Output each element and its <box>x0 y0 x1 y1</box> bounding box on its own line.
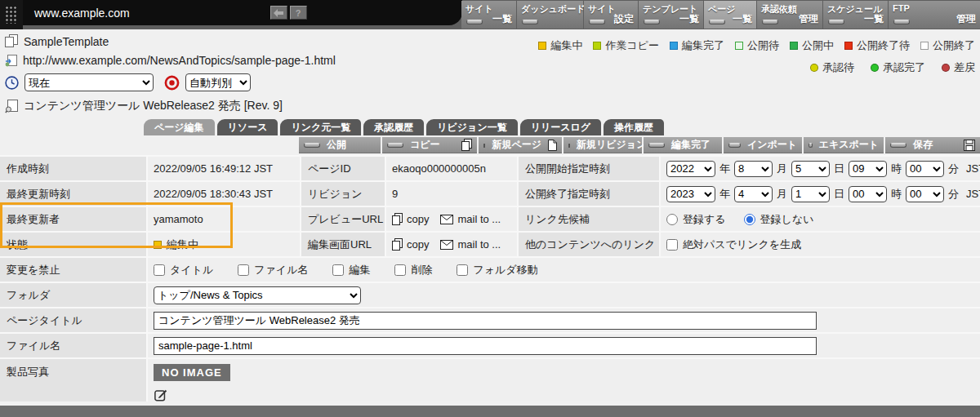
status-endwait-icon <box>844 42 853 50</box>
tab-resources[interactable]: リソース <box>217 119 278 135</box>
button-pill-icon <box>304 143 320 148</box>
pub-end-minute-select[interactable]: 00 <box>906 186 944 202</box>
forbid-filename-checkbox[interactable]: ファイル名 <box>238 263 308 277</box>
page-header: SampleTemplate http://www.example.com/Ne… <box>0 29 980 119</box>
other-content-link-label: 他のコンテンツへのリンク <box>519 233 659 256</box>
pub-end-day-select[interactable]: 1 <box>791 186 830 202</box>
back-arrow-icon <box>274 9 283 17</box>
template-icon <box>5 34 18 48</box>
tab-operation-history[interactable]: 操作履歴 <box>604 119 664 135</box>
action-toolbar: 公開 コピー 新規ページ 新規リビジョン 編集完了 インポート エキスポート 保… <box>299 137 980 153</box>
updater-value: yamamoto <box>148 207 300 231</box>
publish-end-label: 公開終了指定時刻 <box>519 182 659 206</box>
publish-button[interactable]: 公開 <box>299 137 381 153</box>
absolute-path-checkbox[interactable]: 絶対パスでリンクを生成 <box>666 237 801 252</box>
approval-return-icon <box>942 64 950 72</box>
footer-bar <box>0 406 980 417</box>
tab-release-log[interactable]: リリースログ <box>520 119 601 135</box>
new-revision-button[interactable]: 新規リビジョン <box>564 137 642 153</box>
copy-pages-icon <box>392 238 403 251</box>
preview-url-mail-link[interactable]: mail to ... <box>440 213 501 225</box>
pub-start-day-select[interactable]: 5 <box>791 161 830 177</box>
pub-end-year-select[interactable]: 2023 <box>666 186 715 202</box>
button-pill-icon <box>762 20 778 24</box>
nav-site-list-button[interactable]: サイト 一覧 <box>461 1 516 29</box>
filename-input[interactable] <box>154 337 817 355</box>
page-id-value: ekaoqo000000005n <box>386 157 517 180</box>
status-editdone-icon <box>670 42 678 50</box>
button-pill-icon <box>709 20 725 24</box>
app-grid-icon <box>0 0 23 29</box>
nav-template-list-button[interactable]: テンプレート 一覧 <box>639 1 703 29</box>
button-pill-icon <box>893 20 910 24</box>
page-heading: コンテンツ管理ツール WebRelease2 発売 [Rev. 9] <box>24 99 283 113</box>
pub-start-month-select[interactable]: 8 <box>734 161 773 177</box>
export-button[interactable]: エキスポート <box>804 137 884 153</box>
back-button[interactable] <box>270 6 287 20</box>
floppy-icon <box>964 140 975 151</box>
nav-site-settings-button[interactable]: サイト 設定 <box>584 1 638 29</box>
tab-page-edit[interactable]: ページ編集 <box>144 119 215 135</box>
forbid-title-checkbox[interactable]: タイトル <box>154 263 213 277</box>
webrelease-page-edit-screen: www.example.com ? サイト 一覧 ダッシュボード サイト 設定 <box>0 0 980 417</box>
nav-dashboard-button[interactable]: ダッシュボード <box>517 1 583 29</box>
edit-done-button[interactable]: 編集完了 <box>644 137 722 153</box>
forbid-delete-checkbox[interactable]: 削除 <box>394 263 432 277</box>
pub-end-hour-select[interactable]: 00 <box>849 186 887 202</box>
updater-label: 最終更新者 <box>0 207 146 231</box>
pub-start-minute-select[interactable]: 00 <box>906 161 944 177</box>
button-pill-icon <box>483 143 485 148</box>
record-mode-icon[interactable] <box>164 75 180 91</box>
nav-schedule-list-button[interactable]: スケジュール 一覧 <box>823 1 888 29</box>
forbid-edit-checkbox[interactable]: 編集 <box>332 263 370 277</box>
register-yes-radio[interactable]: 登録する <box>666 212 726 227</box>
edit-url-mail-link[interactable]: mail to ... <box>440 238 501 251</box>
created-time-label: 作成時刻 <box>0 157 146 180</box>
tab-link-sources[interactable]: リンク元一覧 <box>280 119 361 135</box>
approval-wait-icon <box>810 64 818 72</box>
pub-start-hour-select[interactable]: 09 <box>849 161 887 177</box>
copy-button[interactable]: コピー <box>382 137 477 153</box>
publish-start-datetime: 2022 年 8 月 5 日 09 時 00 分 JST <box>666 161 980 177</box>
render-mode-select[interactable]: 自動判別 <box>185 73 251 91</box>
button-pill-icon <box>387 143 403 148</box>
help-button[interactable]: ? <box>290 6 307 20</box>
preview-url-copy-button[interactable]: copy <box>392 213 429 225</box>
status-editing-icon <box>538 42 546 50</box>
edit-pencil-icon[interactable] <box>154 388 168 401</box>
status-ended-icon <box>920 42 929 50</box>
page-url: http://www.example.com/NewsAndTopics/sam… <box>23 54 336 67</box>
status-waitpublish-icon <box>735 42 743 50</box>
revision-label: リビジョン <box>301 182 385 206</box>
tab-approval-history[interactable]: 承認履歴 <box>363 119 424 135</box>
copy-pages-icon <box>392 213 403 225</box>
save-button[interactable]: 保存 <box>885 137 980 153</box>
pub-end-month-select[interactable]: 4 <box>734 186 773 202</box>
nav-ftp-admin-button[interactable]: FTP 管理 <box>889 1 980 29</box>
new-page-button[interactable]: 新規ページ <box>479 137 562 153</box>
revision-select[interactable]: 現在 <box>24 73 154 91</box>
status-editing-icon <box>154 241 162 249</box>
edit-url-copy-button[interactable]: copy <box>392 238 429 251</box>
no-image-placeholder: NO IMAGE <box>154 364 230 381</box>
nav-page-list-button[interactable]: ページ 一覧 <box>704 1 756 29</box>
tab-bar: ページ編集 リソース リンク元一覧 承認履歴 リビジョン一覧 リリースログ 操作… <box>144 119 664 135</box>
register-no-radio[interactable]: 登録しない <box>744 212 814 227</box>
tab-revision-list[interactable]: リビジョン一覧 <box>426 119 517 135</box>
import-button[interactable]: インポート <box>724 137 802 153</box>
updated-time-label: 最終更新時刻 <box>0 182 146 206</box>
forbid-move-folder-checkbox[interactable]: フォルダ移動 <box>457 263 537 277</box>
folder-select[interactable]: トップ/News & Topics <box>154 286 361 304</box>
folder-label: フォルダ <box>0 283 146 307</box>
page-title-input[interactable] <box>154 312 817 330</box>
nav-approval-admin-button[interactable]: 承認依頼 管理 <box>757 1 822 29</box>
page-id-label: ページID <box>301 157 385 180</box>
preview-url-label: プレビューURL <box>301 207 385 231</box>
pub-start-year-select[interactable]: 2022 <box>666 161 715 177</box>
revision-clock-icon <box>5 76 19 90</box>
button-pill-icon <box>589 20 605 24</box>
created-time-value: 2022/09/05 16:49:12 JST <box>148 157 300 180</box>
forbid-options: タイトル ファイル名 編集 削除 フォルダ移動 <box>154 263 538 277</box>
button-pill-icon <box>728 143 741 148</box>
button-pill-icon <box>890 143 906 148</box>
